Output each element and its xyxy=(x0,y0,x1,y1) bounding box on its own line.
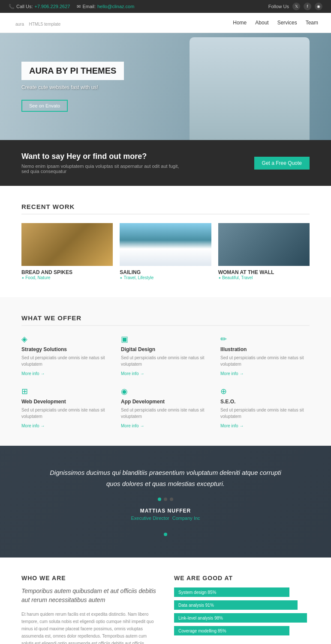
offer-illustration-title: Illustration xyxy=(220,346,310,352)
digital-icon: ▣ xyxy=(121,334,210,344)
testimonial-section: Dignissimos ducimus qui blanditiis praes… xyxy=(0,446,331,558)
navigation: aura HTML5 template Home About Services … xyxy=(0,13,331,33)
cta-heading: Want to say Hey or find out more? xyxy=(21,152,184,161)
offer-webdev-title: Web Development xyxy=(21,399,111,405)
seo-icon: ⊕ xyxy=(220,387,310,396)
who-title: WHO WE ARE xyxy=(21,575,157,581)
offer-seo: ⊕ S.E.O. Sed ut perspiciatis unde omnis … xyxy=(220,387,310,429)
testimonial-name: MATTIAS NUFFER xyxy=(43,508,288,514)
cta-text: Want to say Hey or find out more? Nemo e… xyxy=(21,152,184,174)
nav-about[interactable]: About xyxy=(255,20,268,26)
appdev-icon: ◉ xyxy=(121,387,210,396)
skill-fill-data: Data analysis 91% xyxy=(174,600,298,610)
dot-2 xyxy=(164,498,167,501)
skill-bar-link: Link-level analysis 98% xyxy=(174,613,310,623)
cta-banner: Want to say Hey or find out more? Nemo e… xyxy=(0,140,331,186)
offer-strategy: ◈ Strategy Solutions Sed ut perspiciatis… xyxy=(21,334,111,376)
hero-image xyxy=(190,37,310,140)
skill-bar-coverage: Coverage modelling 85% xyxy=(174,626,310,635)
cta-description: Nemo enim ipsam voluptatem quia voluptas… xyxy=(21,164,184,174)
who-section: WHO WE ARE Temporibus autem quibusdam et… xyxy=(0,558,331,644)
work-image-bread xyxy=(21,223,113,266)
offer-digital: ▣ Digital Design Sed ut perspiciatis und… xyxy=(121,334,210,376)
offer-appdev-desc: Sed ut perspiciatis unde omnis iste natu… xyxy=(121,407,210,420)
work-item-bread: BREAD AND SPIKES Food, Nature xyxy=(21,223,113,280)
phone-icon: 📞 xyxy=(9,4,15,9)
offer-grid: ◈ Strategy Solutions Sed ut perspiciatis… xyxy=(21,334,310,429)
work-cat-woman: Beautiful, Travel xyxy=(218,275,310,280)
webdev-more-link[interactable]: More info xyxy=(21,423,45,428)
offer-title: WHAT WE OFFER xyxy=(21,314,310,326)
offer-strategy-title: Strategy Solutions xyxy=(21,346,111,352)
work-item-woman: WOMAN AT THE WALL Beautiful, Travel xyxy=(218,223,310,280)
offer-seo-title: S.E.O. xyxy=(220,399,310,405)
facebook-icon[interactable]: f xyxy=(304,3,311,10)
work-title-woman: WOMAN AT THE WALL xyxy=(218,269,310,275)
offer-appdev: ◉ App Development Sed ut perspiciatis un… xyxy=(121,387,210,429)
hero-people xyxy=(190,33,310,140)
work-image-woman xyxy=(218,223,310,266)
who-right: WE ARE GOOD AT System design 85% Data an… xyxy=(174,575,310,644)
offer-appdev-title: App Development xyxy=(121,399,210,405)
hero-subtitle: Create cute websites fast with us! xyxy=(21,84,124,90)
hero-content: AURA BY PI THEMES Create cute websites f… xyxy=(0,49,145,125)
strategy-more-link[interactable]: More info xyxy=(21,371,45,376)
skills-title: WE ARE GOOD AT xyxy=(174,575,310,581)
who-left: WHO WE ARE Temporibus autem quibusdam et… xyxy=(21,575,157,644)
company-link[interactable]: Company Inc xyxy=(172,516,200,521)
work-item-sailing: SAILING Travel, Lifestyle xyxy=(120,223,211,280)
digital-more-link[interactable]: More info xyxy=(121,371,144,376)
offer-seo-desc: Sed ut perspiciatis unde omnis iste natu… xyxy=(220,407,310,420)
offer-webdev: ⊞ Web Development Sed ut perspiciatis un… xyxy=(21,387,111,429)
phone-info: 📞 Call Us: +7.906.229.2627 xyxy=(9,4,70,9)
work-cat-sailing: Travel, Lifestyle xyxy=(120,275,211,280)
skill-fill-link: Link-level analysis 98% xyxy=(174,613,307,623)
logo: aura HTML5 template xyxy=(13,17,60,28)
twitter-icon[interactable]: 𝕏 xyxy=(292,3,300,10)
who-italic: Temporibus autem quibusdam et aut offici… xyxy=(21,587,157,605)
offer-illustration-desc: Sed ut perspiciatis unde omnis iste natu… xyxy=(220,355,310,367)
work-grid: BREAD AND SPIKES Food, Nature SAILING Tr… xyxy=(21,223,310,280)
free-quote-button[interactable]: Get a Free Quote xyxy=(254,157,310,170)
webdev-icon: ⊞ xyxy=(21,387,111,396)
hero-section: AURA BY PI THEMES Create cute websites f… xyxy=(0,33,331,140)
offer-webdev-desc: Sed ut perspiciatis unde omnis iste natu… xyxy=(21,407,111,420)
testimonial-role: Executive Director Company Inc xyxy=(43,516,288,521)
offer-strategy-desc: Sed ut perspiciatis unde omnis iste natu… xyxy=(21,355,111,367)
nav-team[interactable]: Team xyxy=(306,20,318,26)
what-we-offer-section: WHAT WE OFFER ◈ Strategy Solutions Sed u… xyxy=(0,297,331,446)
email-info: ✉ Email: hello@clinaz.com xyxy=(77,4,134,9)
phone-link[interactable]: +7.906.229.2627 xyxy=(35,4,70,9)
offer-illustration: ✏ Illustration Sed ut perspiciatis unde … xyxy=(220,334,310,376)
envato-button[interactable]: See on Envato xyxy=(21,100,68,112)
testimonial-nav xyxy=(43,528,288,536)
work-cat-bread: Food, Nature xyxy=(21,275,113,280)
illustration-icon: ✏ xyxy=(220,334,310,344)
appdev-more-link[interactable]: More info xyxy=(121,423,144,428)
hero-title: AURA BY PI THEMES xyxy=(21,62,124,80)
offer-digital-desc: Sed ut perspiciatis unde omnis iste natu… xyxy=(121,355,210,367)
top-bar: 📞 Call Us: +7.906.229.2627 ✉ Email: hell… xyxy=(0,0,331,13)
skill-fill-system: System design 85% xyxy=(174,587,289,597)
top-bar-right: Follow Us 𝕏 f ◉ xyxy=(268,3,322,10)
testimonial-dots xyxy=(43,498,288,501)
work-image-sailing xyxy=(120,223,211,266)
email-icon: ✉ xyxy=(77,4,81,9)
dot-3 xyxy=(170,498,173,501)
nav-home[interactable]: Home xyxy=(233,20,247,26)
email-link[interactable]: hello@clinaz.com xyxy=(97,4,134,9)
strategy-icon: ◈ xyxy=(21,334,111,344)
illustration-more-link[interactable]: More info xyxy=(220,371,244,376)
skill-bar-system: System design 85% xyxy=(174,587,310,597)
nav-dot xyxy=(164,533,167,536)
skill-bar-data: Data analysis 91% xyxy=(174,600,310,610)
testimonial-text: Dignissimos ducimus qui blanditiis praes… xyxy=(43,467,288,489)
nav-links: Home About Services Team xyxy=(233,20,318,26)
nav-services[interactable]: Services xyxy=(277,20,297,26)
recent-work-title: RECENT WORK xyxy=(21,203,310,215)
seo-more-link[interactable]: More info xyxy=(220,423,244,428)
work-title-bread: BREAD AND SPIKES xyxy=(21,269,113,275)
recent-work-section: RECENT WORK BREAD AND SPIKES Food, Natur… xyxy=(0,186,331,297)
instagram-icon[interactable]: ◉ xyxy=(315,3,322,10)
skill-fill-coverage: Coverage modelling 85% xyxy=(174,626,289,635)
